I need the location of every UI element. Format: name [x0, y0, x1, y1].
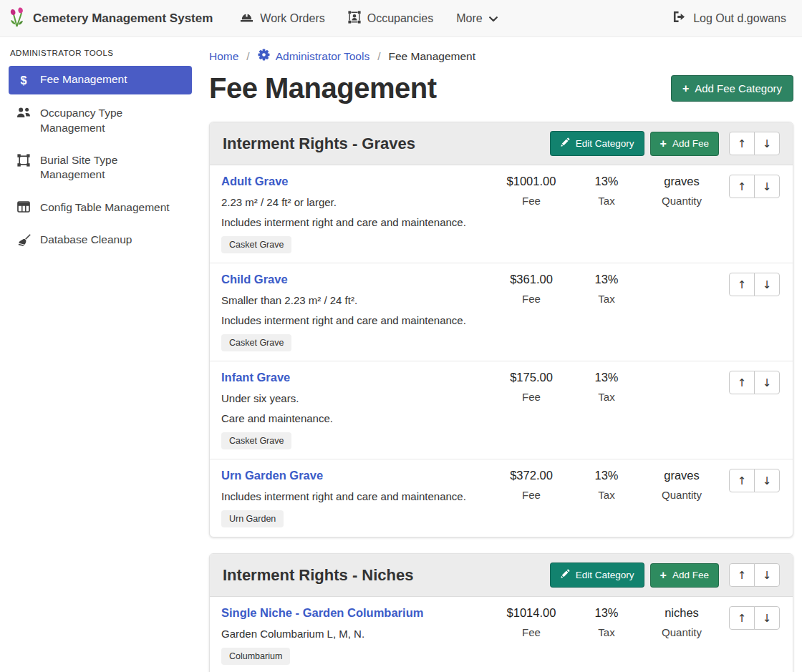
sidebar-item-fee-management[interactable]: $ Fee Management: [9, 66, 192, 94]
nav-item-more[interactable]: More: [445, 5, 508, 32]
page-header: Fee Management + Add Fee Category: [209, 72, 793, 104]
nav-item-occupancies[interactable]: Occupancies: [337, 4, 445, 34]
nav-item-work-orders[interactable]: Work Orders: [228, 4, 336, 33]
logout-label: Log Out d.gowans: [693, 12, 786, 25]
sidebar-item-label: Occupancy Type Management: [40, 106, 184, 135]
move-up-button[interactable]: ↑: [729, 175, 755, 198]
quantity-label: Quantity: [635, 489, 728, 501]
tax-value: 13%: [578, 371, 635, 384]
fee-description: 2.23 m² / 24 ft² or larger.: [221, 196, 485, 208]
logout-button[interactable]: Log Out d.gowans: [670, 4, 789, 33]
pencil-icon: [560, 569, 570, 581]
fee-label: Fee: [485, 626, 578, 638]
plus-icon: +: [682, 83, 689, 94]
fee-category-card-niches: Interment Rights - Niches Edit Category …: [209, 553, 793, 672]
fee-label: Fee: [485, 293, 578, 305]
fee-type-badge: Casket Grave: [221, 432, 291, 449]
fee-name-link[interactable]: Infant Grave: [221, 371, 290, 384]
move-up-button[interactable]: ↑: [729, 469, 755, 492]
add-fee-category-label: Add Fee Category: [695, 82, 782, 94]
fee-tax: 13% Tax: [578, 273, 635, 305]
edit-category-button[interactable]: Edit Category: [550, 563, 644, 588]
fee-description: Smaller than 2.23 m² / 24 ft².: [221, 294, 485, 306]
fee-reorder-controls: ↑ ↓: [728, 273, 780, 296]
broom-icon: [16, 233, 31, 246]
fee-name-link[interactable]: Child Grave: [221, 273, 288, 286]
edit-category-button[interactable]: Edit Category: [550, 131, 644, 156]
add-fee-category-button[interactable]: + Add Fee Category: [671, 75, 793, 102]
fee-reorder-controls: ↑ ↓: [728, 175, 780, 198]
move-down-button[interactable]: ↓: [754, 175, 780, 198]
fee-label: Fee: [485, 195, 578, 207]
fee-reorder-controls: ↑ ↓: [728, 371, 780, 394]
quantity-unit: graves: [635, 469, 728, 482]
tax-value: 13%: [578, 606, 635, 620]
add-fee-label: Add Fee: [672, 570, 709, 580]
fee-type-badge: Casket Grave: [221, 334, 291, 351]
move-up-button[interactable]: ↑: [729, 606, 755, 630]
fee-amount: $361.00 Fee: [485, 273, 578, 305]
fee-name-link[interactable]: Urn Garden Grave: [221, 469, 323, 482]
fee-amount: $372.00 Fee: [485, 469, 578, 501]
sign-out-icon: [672, 11, 686, 26]
add-fee-button[interactable]: + Add Fee: [650, 563, 719, 588]
move-down-button[interactable]: ↓: [754, 371, 780, 394]
quantity-unit: niches: [635, 606, 728, 620]
sidebar-item-config-table-management[interactable]: Config Table Management: [9, 194, 192, 221]
fee-description: Includes interment right and care and ma…: [221, 216, 485, 228]
tax-label: Tax: [578, 626, 635, 638]
fee-info: Adult Grave 2.23 m² / 24 ft² or larger. …: [221, 175, 485, 253]
fee-label: Fee: [485, 391, 578, 403]
sidebar-item-label: Config Table Management: [40, 200, 170, 215]
dollar-icon: $: [16, 73, 31, 88]
category-header: Interment Rights - Graves Edit Category …: [210, 122, 793, 165]
sidebar-item-occupancy-type-management[interactable]: Occupancy Type Management: [9, 99, 192, 142]
fee-type-badge: Columbarium: [221, 648, 290, 665]
top-navbar: Cemetery Management System Work Orders: [0, 0, 802, 37]
tax-label: Tax: [578, 489, 635, 501]
category-title: Interment Rights - Graves: [223, 135, 544, 153]
breadcrumb-admin-tools-label: Administrator Tools: [276, 50, 370, 63]
move-down-button[interactable]: ↓: [754, 563, 780, 587]
fee-info: Urn Garden Grave Includes interment righ…: [221, 469, 485, 527]
sidebar-item-burial-site-type-management[interactable]: Burial Site Type Management: [9, 147, 192, 189]
move-up-button[interactable]: ↑: [729, 273, 755, 296]
app-brand[interactable]: Cemetery Management System: [9, 6, 213, 31]
edit-category-label: Edit Category: [576, 570, 634, 580]
navbar-links: Work Orders Occup: [228, 4, 508, 34]
fee-name-link[interactable]: Adult Grave: [221, 175, 289, 188]
sidebar-item-database-cleanup[interactable]: Database Cleanup: [9, 226, 192, 253]
vector-square-icon: [16, 154, 31, 167]
tax-value: 13%: [578, 469, 635, 482]
fee-quantity: niches Quantity: [635, 606, 728, 638]
move-down-button[interactable]: ↓: [754, 132, 780, 155]
fee-tax: 13% Tax: [578, 175, 635, 207]
move-up-button[interactable]: ↑: [729, 132, 755, 155]
sidebar-item-label: Fee Management: [40, 72, 127, 87]
breadcrumb-home-link[interactable]: Home: [209, 50, 238, 63]
sidebar-heading: ADMINISTRATOR TOOLS: [10, 49, 192, 57]
nav-item-label: Work Orders: [260, 12, 324, 25]
fee-tax: 13% Tax: [578, 469, 635, 501]
plus-icon: +: [660, 138, 667, 150]
breadcrumb-separator: /: [377, 50, 380, 63]
fee-name-link[interactable]: Single Niche - Garden Columbarium: [221, 606, 423, 620]
breadcrumb-admin-tools-link[interactable]: Administrator Tools: [258, 49, 370, 64]
move-up-button[interactable]: ↑: [729, 371, 755, 394]
move-down-button[interactable]: ↓: [754, 273, 780, 296]
users-icon: [16, 107, 31, 118]
fee-description: Care and maintenance.: [221, 412, 485, 424]
breadcrumb: Home / Administrator Tool: [209, 49, 793, 64]
add-fee-label: Add Fee: [672, 138, 709, 149]
fee-amount: $175.00 Fee: [485, 371, 578, 403]
move-up-button[interactable]: ↑: [729, 563, 755, 587]
tax-label: Tax: [578, 195, 635, 207]
fee-row-single-niche: Single Niche - Garden Columbarium Garden…: [210, 597, 793, 672]
move-down-button[interactable]: ↓: [754, 606, 780, 630]
breadcrumb-current: Fee Management: [389, 50, 476, 63]
plus-icon: +: [660, 570, 667, 581]
fee-type-badge: Urn Garden: [221, 510, 284, 527]
add-fee-button[interactable]: + Add Fee: [650, 132, 719, 156]
move-down-button[interactable]: ↓: [754, 469, 780, 492]
fee-info: Single Niche - Garden Columbarium Garden…: [221, 606, 485, 665]
